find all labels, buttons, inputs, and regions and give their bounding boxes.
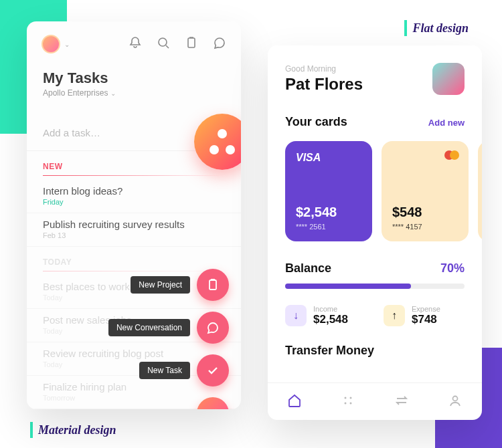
avatar [41,35,60,53]
balance-title: Balance [285,261,331,275]
card-last4: **** 4157 [392,223,458,231]
chevron-down-icon: ⌄ [110,90,116,97]
account-switcher[interactable]: ⌄ [41,35,70,53]
label-text: Material design [38,423,116,437]
accent-bar [30,422,33,438]
nav-home-icon[interactable] [287,393,302,411]
fab-actions: New Project New Conversation New Task ✕ [108,269,229,409]
svg-rect-2 [210,280,216,290]
bell-icon[interactable] [129,36,142,52]
user-name: Pat Flores [285,75,363,94]
greeting: Good Morning [285,64,363,74]
card-visa[interactable]: VISA $2,548 **** 2561 [285,141,372,241]
balance-pct: 70% [440,261,465,275]
fab-close[interactable]: ✕ [197,397,229,409]
stat-label: Expense [412,305,440,313]
fab-label: New Conversation [108,319,190,336]
fab-new-conversation[interactable]: New Conversation [108,312,229,344]
mastercard-icon [444,150,459,160]
chevron-down-icon: ⌄ [64,41,70,48]
avatar[interactable] [432,63,465,95]
check-icon [197,354,229,386]
chat-icon [197,312,229,344]
nav-transfer-icon[interactable] [394,393,409,411]
arrow-down-icon: ↓ [285,305,307,326]
section-cards-title: Your cards [285,115,347,129]
transfer-title: Transfer Money [268,326,482,358]
nav-profile-icon[interactable] [448,393,463,411]
add-new-card-link[interactable]: Add new [428,118,465,128]
card-amount: $548 [392,205,458,220]
task-title: Intern blog ideas? [43,185,225,197]
card-mastercard[interactable]: $548 **** 4157 [382,141,469,241]
fab-new-project[interactable]: New Project [131,269,229,301]
clipboard-icon [197,269,229,301]
close-icon: ✕ [197,397,229,409]
task-due: Feb 13 [43,231,225,239]
balance-bar [285,284,465,289]
fab-label: New Task [139,362,190,379]
task-item[interactable]: Publish recruiting survey results Feb 13 [27,213,241,247]
tasks-toolbar: ⌄ [27,21,241,53]
stat-income: ↓ Income $2,548 [285,305,366,326]
card-extra[interactable]: $84 **** [478,141,482,241]
tasks-app: ⌄ My Tasks Apollo Enterprises ⌄ Add a ta… [27,21,241,409]
nav-grid-icon[interactable] [341,393,355,411]
card-amount: $2,548 [296,205,361,220]
workspace-name: Apollo Enterprises [43,88,108,98]
cards-row[interactable]: VISA $2,548 **** 2561 $548 **** 4157 $84… [268,132,482,245]
stat-label: Income [313,305,348,313]
label-material-design: Material design [30,422,116,438]
fab-dots-icon [210,129,235,154]
fab-new-task[interactable]: New Task [139,354,229,386]
svg-point-6 [350,402,352,404]
search-icon[interactable] [157,36,170,52]
svg-point-0 [159,38,167,46]
svg-point-5 [345,402,347,404]
fab-label: New Project [131,276,190,294]
chat-icon[interactable] [213,36,226,52]
finance-app: Good Morning Pat Flores Your cards Add n… [268,45,482,420]
task-due: Friday [43,198,225,206]
page-title: My Tasks [43,70,225,87]
svg-point-7 [453,396,458,401]
accent-bar [404,20,407,36]
clipboard-icon[interactable] [185,36,198,52]
label-text: Flat design [412,21,469,35]
label-flat-design: Flat design [404,20,469,36]
task-item[interactable]: Intern blog ideas? Friday [27,180,241,213]
svg-point-4 [350,397,352,399]
svg-point-3 [345,397,347,399]
stat-value: $2,548 [313,313,348,326]
arrow-up-icon: ↑ [384,305,405,326]
card-brand: VISA [296,152,361,164]
stat-expense: ↑ Expense $748 [384,305,465,326]
bottom-nav [268,382,482,420]
svg-rect-1 [188,38,195,47]
card-last4: **** 2561 [296,223,361,231]
stat-value: $748 [412,313,440,326]
task-title: Publish recruiting survey results [43,219,225,230]
workspace-switcher[interactable]: Apollo Enterprises ⌄ [43,88,225,98]
